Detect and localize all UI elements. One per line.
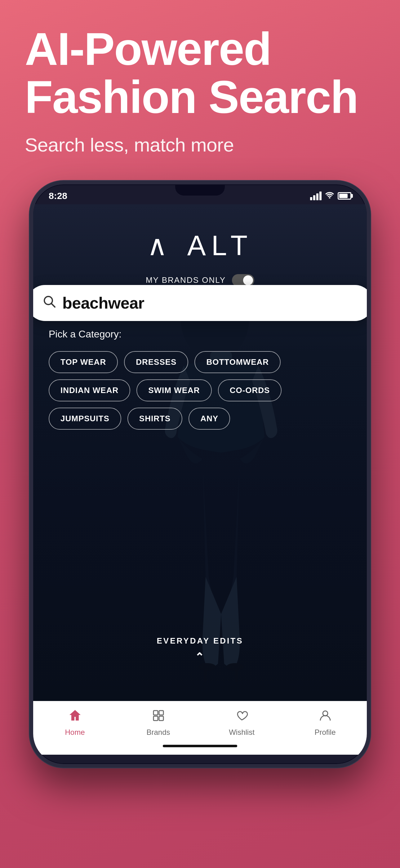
svg-rect-7 — [204, 667, 206, 682]
search-icon — [42, 294, 56, 311]
svg-rect-10 — [154, 711, 158, 715]
tab-profile[interactable]: Profile — [304, 709, 347, 737]
status-time: 8:28 — [49, 191, 67, 201]
camera-notch — [175, 184, 225, 195]
category-tags: TOP WEARDRESSESBOTTOMWEARINDIAN WEARSWIM… — [49, 351, 351, 430]
wishlist-icon — [235, 709, 249, 725]
category-tag[interactable]: JUMPSUITS — [49, 408, 121, 430]
app-logo: ∧ ALT — [147, 229, 253, 262]
category-tag[interactable]: INDIAN WEAR — [49, 379, 130, 401]
tab-home-label: Home — [65, 728, 85, 737]
category-tag[interactable]: TOP WEAR — [49, 351, 118, 373]
brands-toggle-label: MY BRANDS ONLY — [146, 275, 226, 285]
search-bar-container: beachwear — [33, 285, 367, 321]
svg-rect-12 — [154, 716, 158, 720]
category-tag[interactable]: BOTTOMWEAR — [194, 351, 280, 373]
battery-icon — [338, 192, 351, 199]
svg-line-2 — [51, 303, 55, 307]
tab-bar: Home Brands — [33, 701, 367, 740]
hero-subtitle: Search less, match more — [25, 134, 375, 156]
tab-brands[interactable]: Brands — [137, 709, 180, 737]
tab-wishlist-label: Wishlist — [229, 728, 255, 737]
svg-rect-13 — [159, 716, 163, 720]
phone-wrapper: 8:28 — [29, 181, 371, 768]
signal-icon — [310, 191, 322, 200]
category-tag[interactable]: DRESSES — [124, 351, 188, 373]
category-tag[interactable]: ANY — [189, 408, 230, 430]
phone-frame: 8:28 — [29, 181, 371, 768]
brands-toggle-switch[interactable] — [232, 274, 254, 286]
hero-section: AI-Powered Fashion Search Search less, m… — [0, 0, 400, 175]
tab-wishlist[interactable]: Wishlist — [220, 709, 264, 737]
home-indicator-bar — [163, 745, 237, 747]
svg-rect-9 — [235, 667, 237, 682]
search-bar[interactable]: beachwear — [33, 285, 367, 321]
svg-rect-11 — [159, 711, 163, 715]
everyday-edits: EVERYDAY EDITS ⌃ — [157, 636, 243, 664]
tab-home[interactable]: Home — [53, 709, 97, 737]
svg-point-0 — [329, 197, 331, 198]
everyday-edits-label: EVERYDAY EDITS — [157, 636, 243, 646]
wifi-icon — [325, 191, 334, 200]
alt-logo-symbol: ∧ — [147, 229, 173, 262]
category-tag[interactable]: SHIRTS — [128, 408, 182, 430]
home-icon — [68, 709, 82, 725]
home-indicator — [33, 740, 367, 755]
category-label: Pick a Category: — [49, 329, 351, 340]
hero-title: AI-Powered Fashion Search — [25, 25, 375, 121]
category-tag[interactable]: SWIM WEAR — [136, 379, 211, 401]
category-section: Pick a Category: TOP WEARDRESSESBOTTOMWE… — [33, 329, 367, 430]
svg-point-6 — [198, 663, 216, 671]
tab-brands-label: Brands — [146, 728, 170, 737]
app-content: ∧ ALT MY BRANDS ONLY — [33, 204, 367, 755]
profile-icon — [319, 709, 332, 725]
tab-profile-label: Profile — [314, 728, 335, 737]
search-value[interactable]: beachwear — [62, 294, 144, 312]
status-icons — [310, 191, 351, 200]
category-tag[interactable]: CO-ORDS — [218, 379, 282, 401]
brands-toggle-row: MY BRANDS ONLY — [146, 274, 254, 286]
brands-icon — [152, 709, 165, 725]
chevron-up-icon[interactable]: ⌃ — [157, 651, 243, 664]
hero-background: ∧ ALT MY BRANDS ONLY — [33, 204, 367, 701]
